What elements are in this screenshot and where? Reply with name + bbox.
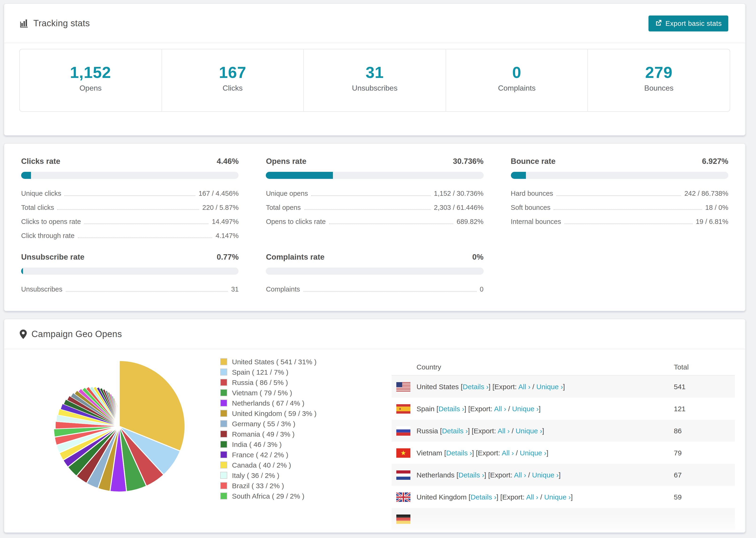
stat-cell-clicks: 167Clicks (162, 49, 304, 111)
stat-label: Complaints (446, 84, 588, 92)
export-all-link-united-states[interactable]: All › (518, 383, 531, 391)
country-cell: Russia [Details ›] [Export: All › / Uniq… (396, 426, 674, 435)
stat-line: Clicks to opens rate14.497% (21, 215, 239, 229)
column-header-country: Country (396, 363, 674, 371)
table-text: [ (469, 493, 470, 501)
export-unique-link-netherlands[interactable]: Unique › (532, 471, 559, 479)
legend-swatch (220, 358, 227, 365)
rate-progress-track (21, 268, 239, 275)
geo-country-table: CountryTotalUnited States [Details ›] [E… (392, 359, 735, 530)
stat-line-value: 167 / 4.456% (199, 190, 239, 197)
table-text: ] (559, 471, 561, 479)
export-all-link-russia[interactable]: All › (498, 427, 510, 435)
export-all-link-united-kingdom[interactable]: All › (526, 493, 538, 501)
legend-swatch (220, 472, 227, 479)
legend-swatch (220, 451, 227, 458)
dotted-leader (303, 291, 476, 292)
details-link-united-states[interactable]: Details › (463, 383, 489, 391)
stat-line: Hard bounces242 / 86.738% (511, 187, 728, 201)
dotted-leader (557, 195, 681, 196)
stat-line-value: 4.147% (216, 232, 239, 240)
legend-item: Canada ( 40 / 2% ) (220, 461, 363, 469)
table-text: ] (563, 383, 565, 391)
stat-line-label: Soft bounces (511, 204, 550, 211)
total-cell: 86 (674, 427, 730, 435)
export-all-link-spain[interactable]: All › (494, 405, 506, 413)
stat-line: Total opens2,303 / 61.446% (266, 201, 484, 215)
total-cell: 541 (674, 383, 730, 391)
dotted-leader (57, 209, 199, 210)
legend-label: Netherlands ( 67 / 4% ) (232, 399, 304, 407)
dotted-leader (554, 209, 702, 210)
export-unique-link-russia[interactable]: Unique › (515, 427, 542, 435)
rate-panel-unsubscribe-rate: Unsubscribe rate0.77%Unsubscribes31 (21, 252, 239, 297)
stat-line-value: 31 (231, 286, 239, 293)
stat-cell-bounces: 279Bounces (588, 49, 730, 111)
legend-label: Brazil ( 33 / 2% ) (232, 482, 284, 490)
stat-line-value: 220 / 5.87% (202, 204, 239, 211)
legend-swatch (220, 410, 227, 417)
rate-value: 0% (472, 252, 484, 261)
legend-label: India ( 46 / 3% ) (232, 440, 282, 448)
stat-line: Internal bounces19 / 6.81% (511, 215, 728, 229)
details-link-netherlands[interactable]: Details › (458, 471, 484, 479)
rate-progress-track (21, 172, 239, 179)
rate-title: Bounce rate (511, 157, 556, 166)
flag-vn-icon (396, 448, 410, 457)
flag-us-icon (396, 382, 410, 391)
legend-swatch (220, 368, 227, 376)
rate-rows: Unique opens1,152 / 30.736%Total opens2,… (266, 187, 484, 229)
stat-line-label: Total opens (266, 204, 301, 211)
stat-line-value: 2,303 / 61.446% (434, 204, 483, 211)
table-header-row: CountryTotal (392, 359, 735, 376)
legend-item: South Africa ( 29 / 2% ) (220, 492, 363, 500)
stat-line-label: Click through rate (21, 232, 75, 240)
export-all-link-netherlands[interactable]: All › (514, 471, 526, 479)
legend-swatch (220, 430, 227, 438)
details-link-united-kingdom[interactable]: Details › (470, 493, 496, 501)
stat-line-label: Unique clicks (21, 190, 61, 197)
legend-item: Spain ( 121 / 7% ) (220, 368, 363, 376)
rate-head: Bounce rate6.927% (511, 157, 728, 166)
rate-title: Opens rate (266, 157, 306, 166)
tracking-stats-page: Tracking stats Export basic stats 1,152O… (0, 0, 756, 538)
country-cell: Netherlands [Details ›] [Export: All › /… (396, 470, 674, 480)
export-all-link-vietnam[interactable]: All › (502, 449, 514, 457)
rate-value: 4.46% (217, 157, 239, 166)
table-text: [ (436, 405, 438, 413)
stat-line-label: Clicks to opens rate (21, 218, 81, 225)
rate-title: Complaints rate (266, 252, 324, 261)
rate-head: Opens rate30.736% (266, 157, 484, 166)
export-unique-link-vietnam[interactable]: Unique › (520, 449, 546, 457)
legend-item: Brazil ( 33 / 2% ) (220, 482, 363, 490)
legend-swatch (220, 441, 227, 448)
table-row-united-states: United States [Details ›] [Export: All ›… (392, 376, 735, 398)
details-link-russia[interactable]: Details › (442, 427, 468, 435)
legend-label: United States ( 541 / 31% ) (232, 358, 316, 366)
legend-swatch (220, 389, 227, 396)
table-text: ] (539, 405, 540, 413)
stat-line-label: Complaints (266, 286, 300, 293)
details-link-spain[interactable]: Details › (438, 405, 464, 413)
rate-title: Unsubscribe rate (21, 252, 84, 261)
export-unique-link-united-kingdom[interactable]: Unique › (544, 493, 571, 501)
country-name: Russia (416, 427, 440, 435)
country-cell (396, 514, 730, 524)
table-text: ] [Export: (472, 449, 502, 457)
dotted-leader (84, 224, 208, 224)
rate-rows: Hard bounces242 / 86.738%Soft bounces18 … (511, 187, 728, 229)
pie-legend: United States ( 541 / 31% )Spain ( 121 /… (220, 355, 363, 530)
export-unique-link-united-states[interactable]: Unique › (536, 383, 563, 391)
rate-title: Clicks rate (21, 157, 60, 166)
legend-swatch (220, 420, 227, 427)
stat-line-label: Hard bounces (511, 190, 553, 197)
table-text: ] (546, 449, 548, 457)
table-text: [ (444, 449, 446, 457)
stat-label: Opens (20, 84, 161, 92)
country-links: Netherlands [Details ›] [Export: All › /… (416, 471, 561, 479)
legend-item: United States ( 541 / 31% ) (220, 358, 363, 366)
details-link-vietnam[interactable]: Details › (446, 449, 472, 457)
export-basic-stats-button[interactable]: Export basic stats (648, 15, 728, 31)
export-unique-link-spain[interactable]: Unique › (512, 405, 539, 413)
geo-content: United States ( 541 / 31% )Spain ( 121 /… (4, 349, 745, 530)
